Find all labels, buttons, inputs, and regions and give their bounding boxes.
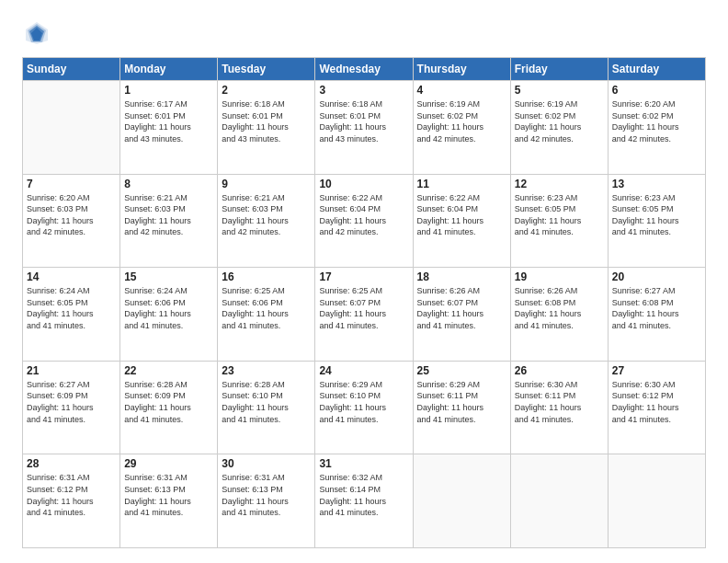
day-info: Sunrise: 6:19 AM Sunset: 6:02 PM Dayligh… <box>515 98 604 144</box>
day-number: 16 <box>222 270 311 283</box>
calendar-cell: 18Sunrise: 6:26 AM Sunset: 6:07 PM Dayli… <box>413 268 510 362</box>
day-header-sunday: Sunday <box>23 58 120 81</box>
day-number: 19 <box>515 270 604 283</box>
calendar-cell: 30Sunrise: 6:31 AM Sunset: 6:13 PM Dayli… <box>218 454 315 548</box>
day-number: 14 <box>27 270 116 283</box>
calendar-cell: 15Sunrise: 6:24 AM Sunset: 6:06 PM Dayli… <box>120 268 218 362</box>
day-number: 20 <box>612 270 701 283</box>
calendar-cell: 7Sunrise: 6:20 AM Sunset: 6:03 PM Daylig… <box>23 174 120 268</box>
day-number: 17 <box>319 270 408 283</box>
calendar-cell: 4Sunrise: 6:19 AM Sunset: 6:02 PM Daylig… <box>413 81 510 175</box>
day-header-tuesday: Tuesday <box>218 58 315 81</box>
day-info: Sunrise: 6:29 AM Sunset: 6:10 PM Dayligh… <box>319 379 408 425</box>
logo <box>22 18 55 48</box>
day-number: 23 <box>222 364 311 377</box>
day-number: 13 <box>612 178 701 190</box>
day-info: Sunrise: 6:19 AM Sunset: 6:02 PM Dayligh… <box>417 98 506 144</box>
logo-icon <box>22 18 51 48</box>
day-header-saturday: Saturday <box>608 58 705 81</box>
day-number: 18 <box>417 270 506 283</box>
calendar-cell: 19Sunrise: 6:26 AM Sunset: 6:08 PM Dayli… <box>510 268 608 362</box>
calendar-cell: 20Sunrise: 6:27 AM Sunset: 6:08 PM Dayli… <box>608 268 705 362</box>
day-info: Sunrise: 6:26 AM Sunset: 6:08 PM Dayligh… <box>515 285 604 331</box>
day-number: 28 <box>27 457 116 470</box>
calendar-cell: 26Sunrise: 6:30 AM Sunset: 6:11 PM Dayli… <box>510 361 608 454</box>
day-info: Sunrise: 6:20 AM Sunset: 6:02 PM Dayligh… <box>612 98 701 144</box>
day-info: Sunrise: 6:27 AM Sunset: 6:09 PM Dayligh… <box>27 379 116 425</box>
calendar-cell: 17Sunrise: 6:25 AM Sunset: 6:07 PM Dayli… <box>315 268 413 362</box>
days-header-row: SundayMondayTuesdayWednesdayThursdayFrid… <box>23 58 706 81</box>
day-info: Sunrise: 6:25 AM Sunset: 6:07 PM Dayligh… <box>319 285 408 331</box>
day-info: Sunrise: 6:25 AM Sunset: 6:06 PM Dayligh… <box>222 285 311 331</box>
calendar-cell <box>608 454 705 548</box>
page: SundayMondayTuesdayWednesdayThursdayFrid… <box>0 0 728 563</box>
day-info: Sunrise: 6:27 AM Sunset: 6:08 PM Dayligh… <box>612 285 701 331</box>
calendar-cell: 22Sunrise: 6:28 AM Sunset: 6:09 PM Dayli… <box>120 361 218 454</box>
calendar-cell: 31Sunrise: 6:32 AM Sunset: 6:14 PM Dayli… <box>315 454 413 548</box>
calendar-cell: 11Sunrise: 6:22 AM Sunset: 6:04 PM Dayli… <box>413 174 510 268</box>
calendar-cell: 16Sunrise: 6:25 AM Sunset: 6:06 PM Dayli… <box>218 268 315 362</box>
day-info: Sunrise: 6:24 AM Sunset: 6:06 PM Dayligh… <box>124 285 213 331</box>
week-row-5: 28Sunrise: 6:31 AM Sunset: 6:12 PM Dayli… <box>23 454 706 548</box>
calendar-cell: 8Sunrise: 6:21 AM Sunset: 6:03 PM Daylig… <box>120 174 218 268</box>
calendar-cell <box>23 81 120 175</box>
calendar-cell: 24Sunrise: 6:29 AM Sunset: 6:10 PM Dayli… <box>315 361 413 454</box>
day-info: Sunrise: 6:30 AM Sunset: 6:11 PM Dayligh… <box>515 379 604 425</box>
calendar-cell: 2Sunrise: 6:18 AM Sunset: 6:01 PM Daylig… <box>218 81 315 175</box>
day-number: 3 <box>319 84 408 97</box>
day-number: 30 <box>222 457 311 470</box>
week-row-1: 1Sunrise: 6:17 AM Sunset: 6:01 PM Daylig… <box>23 81 706 175</box>
calendar-cell: 21Sunrise: 6:27 AM Sunset: 6:09 PM Dayli… <box>23 361 120 454</box>
calendar-cell: 10Sunrise: 6:22 AM Sunset: 6:04 PM Dayli… <box>315 174 413 268</box>
day-info: Sunrise: 6:18 AM Sunset: 6:01 PM Dayligh… <box>222 98 311 144</box>
week-row-3: 14Sunrise: 6:24 AM Sunset: 6:05 PM Dayli… <box>23 268 706 362</box>
calendar-cell: 27Sunrise: 6:30 AM Sunset: 6:12 PM Dayli… <box>608 361 705 454</box>
day-number: 4 <box>417 84 506 97</box>
calendar-cell <box>510 454 608 548</box>
day-number: 26 <box>515 364 604 377</box>
day-number: 1 <box>124 84 213 97</box>
week-row-4: 21Sunrise: 6:27 AM Sunset: 6:09 PM Dayli… <box>23 361 706 454</box>
day-header-monday: Monday <box>120 58 218 81</box>
day-number: 22 <box>124 364 213 377</box>
day-number: 27 <box>612 364 701 377</box>
day-info: Sunrise: 6:28 AM Sunset: 6:10 PM Dayligh… <box>222 379 311 425</box>
calendar-cell: 29Sunrise: 6:31 AM Sunset: 6:13 PM Dayli… <box>120 454 218 548</box>
calendar-cell <box>413 454 510 548</box>
day-number: 15 <box>124 270 213 283</box>
day-info: Sunrise: 6:26 AM Sunset: 6:07 PM Dayligh… <box>417 285 506 331</box>
day-number: 31 <box>319 457 408 470</box>
day-info: Sunrise: 6:31 AM Sunset: 6:12 PM Dayligh… <box>27 472 116 518</box>
day-number: 8 <box>124 178 213 190</box>
day-number: 9 <box>222 178 311 190</box>
day-info: Sunrise: 6:22 AM Sunset: 6:04 PM Dayligh… <box>417 192 506 238</box>
day-number: 24 <box>319 364 408 377</box>
calendar-cell: 6Sunrise: 6:20 AM Sunset: 6:02 PM Daylig… <box>608 81 705 175</box>
day-info: Sunrise: 6:30 AM Sunset: 6:12 PM Dayligh… <box>612 379 701 425</box>
calendar-cell: 25Sunrise: 6:29 AM Sunset: 6:11 PM Dayli… <box>413 361 510 454</box>
day-number: 10 <box>319 178 408 190</box>
calendar-cell: 28Sunrise: 6:31 AM Sunset: 6:12 PM Dayli… <box>23 454 120 548</box>
calendar-cell: 23Sunrise: 6:28 AM Sunset: 6:10 PM Dayli… <box>218 361 315 454</box>
day-info: Sunrise: 6:32 AM Sunset: 6:14 PM Dayligh… <box>319 472 408 518</box>
day-info: Sunrise: 6:31 AM Sunset: 6:13 PM Dayligh… <box>124 472 213 518</box>
day-info: Sunrise: 6:28 AM Sunset: 6:09 PM Dayligh… <box>124 379 213 425</box>
day-number: 6 <box>612 84 701 97</box>
week-row-2: 7Sunrise: 6:20 AM Sunset: 6:03 PM Daylig… <box>23 174 706 268</box>
day-info: Sunrise: 6:23 AM Sunset: 6:05 PM Dayligh… <box>515 192 604 238</box>
day-info: Sunrise: 6:18 AM Sunset: 6:01 PM Dayligh… <box>319 98 408 144</box>
day-info: Sunrise: 6:17 AM Sunset: 6:01 PM Dayligh… <box>124 98 213 144</box>
calendar-cell: 5Sunrise: 6:19 AM Sunset: 6:02 PM Daylig… <box>510 81 608 175</box>
day-header-wednesday: Wednesday <box>315 58 413 81</box>
calendar-cell: 14Sunrise: 6:24 AM Sunset: 6:05 PM Dayli… <box>23 268 120 362</box>
day-info: Sunrise: 6:22 AM Sunset: 6:04 PM Dayligh… <box>319 192 408 238</box>
calendar-cell: 3Sunrise: 6:18 AM Sunset: 6:01 PM Daylig… <box>315 81 413 175</box>
day-info: Sunrise: 6:29 AM Sunset: 6:11 PM Dayligh… <box>417 379 506 425</box>
day-header-thursday: Thursday <box>413 58 510 81</box>
day-number: 5 <box>515 84 604 97</box>
calendar-table: SundayMondayTuesdayWednesdayThursdayFrid… <box>22 57 706 548</box>
day-number: 29 <box>124 457 213 470</box>
day-info: Sunrise: 6:21 AM Sunset: 6:03 PM Dayligh… <box>124 192 213 238</box>
header <box>22 18 706 48</box>
day-info: Sunrise: 6:24 AM Sunset: 6:05 PM Dayligh… <box>27 285 116 331</box>
